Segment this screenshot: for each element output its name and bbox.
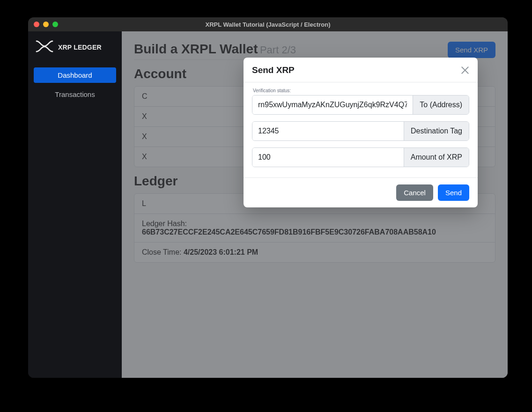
app-window: XRPL Wallet Tutorial (JavaScript / Elect…: [28, 17, 508, 378]
amount-input[interactable]: [252, 148, 404, 167]
brand: XRP LEDGER: [34, 40, 116, 54]
sidebar-item-transactions[interactable]: Transactions: [34, 87, 116, 102]
amount-group: Amount of XRP: [252, 147, 469, 167]
to-address-addon: To (Address): [413, 96, 469, 114]
modal-body: Verification status: To (Address) Destin…: [244, 82, 478, 177]
window-zoom-icon[interactable]: [52, 22, 58, 27]
window-titlebar: XRPL Wallet Tutorial (JavaScript / Elect…: [28, 17, 508, 31]
sidebar: XRP LEDGER Dashboard Transactions: [28, 31, 122, 378]
sidebar-item-label: Transactions: [55, 90, 95, 98]
verification-status-label: Verification status:: [253, 88, 469, 93]
modal-header: Send XRP: [244, 58, 478, 82]
close-icon[interactable]: [461, 66, 469, 74]
window-title: XRPL Wallet Tutorial (JavaScript / Elect…: [28, 21, 508, 28]
destination-tag-group: Destination Tag: [252, 121, 469, 141]
to-address-group: To (Address): [252, 95, 469, 115]
app-body: XRP LEDGER Dashboard Transactions Build …: [28, 31, 508, 378]
window-minimize-icon[interactable]: [43, 22, 49, 27]
main-content: Build a XRPL Wallet Part 2/3 Send XRP Ac…: [122, 31, 508, 378]
send-xrp-modal: Send XRP Verification status: To (Addres…: [244, 58, 478, 207]
destination-tag-input[interactable]: [252, 122, 404, 140]
xrp-logo-icon: [35, 40, 54, 54]
modal-title: Send XRP: [252, 65, 295, 75]
window-traffic-lights: [34, 22, 58, 27]
sidebar-item-dashboard[interactable]: Dashboard: [34, 67, 116, 83]
cancel-button[interactable]: Cancel: [396, 184, 433, 201]
destination-tag-addon: Destination Tag: [404, 122, 469, 140]
modal-footer: Cancel Send: [244, 177, 478, 207]
to-address-input[interactable]: [252, 96, 413, 114]
amount-addon: Amount of XRP: [404, 148, 469, 167]
send-button[interactable]: Send: [438, 184, 469, 201]
sidebar-item-label: Dashboard: [58, 71, 92, 79]
brand-label: XRP LEDGER: [58, 44, 102, 51]
window-close-icon[interactable]: [34, 22, 39, 27]
